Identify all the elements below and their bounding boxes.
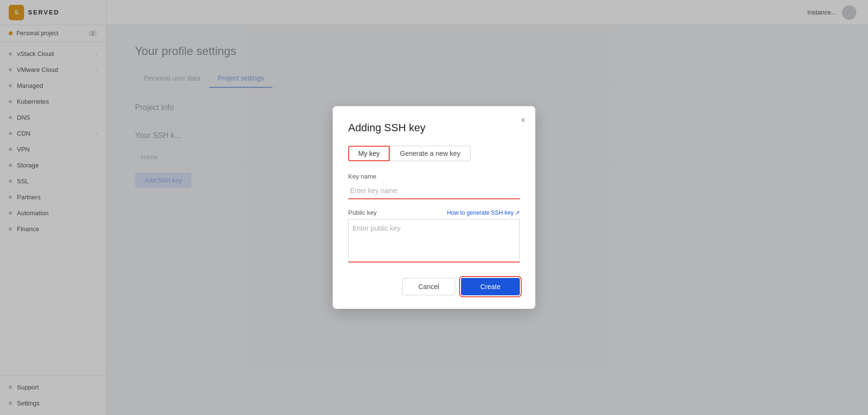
key-name-input[interactable] — [348, 183, 520, 199]
public-key-textarea[interactable] — [348, 219, 520, 263]
cancel-button[interactable]: Cancel — [402, 278, 455, 295]
tab-my-key[interactable]: My key — [348, 146, 390, 161]
form-group-key-name: Key name — [348, 173, 520, 199]
external-link-icon: ↗ — [515, 209, 520, 216]
how-to-text: How to generate SSH key — [447, 209, 514, 216]
modal-tabs: My key Generate a new key — [348, 146, 520, 161]
form-group-public-key: Public key How to generate SSH key ↗ — [348, 209, 520, 264]
how-to-generate-link[interactable]: How to generate SSH key ↗ — [447, 209, 520, 216]
modal-overlay: Adding SSH key × My key Generate a new k… — [106, 0, 868, 415]
modal-close-button[interactable]: × — [520, 116, 526, 124]
modal-title: Adding SSH key — [348, 122, 520, 134]
public-key-label: Public key — [348, 209, 377, 216]
key-name-label: Key name — [348, 173, 520, 180]
modal-actions: Cancel Create — [348, 278, 520, 295]
main-area: Instance... Your profile settings Person… — [106, 0, 868, 415]
create-button[interactable]: Create — [461, 278, 520, 295]
public-key-label-row: Public key How to generate SSH key ↗ — [348, 209, 520, 216]
modal-adding-ssh-key: Adding SSH key × My key Generate a new k… — [333, 106, 535, 309]
tab-generate-new-key[interactable]: Generate a new key — [390, 146, 470, 161]
